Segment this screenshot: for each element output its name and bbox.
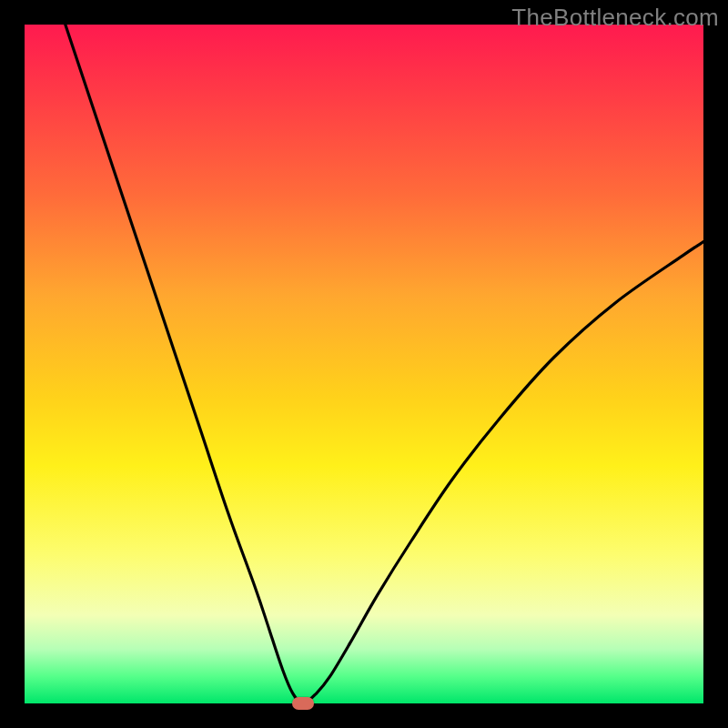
chart-frame: TheBottleneck.com	[0, 0, 728, 728]
curve-layer	[25, 25, 703, 703]
plot-area	[25, 25, 703, 703]
optimal-marker	[292, 697, 314, 710]
bottleneck-curve	[66, 25, 703, 703]
watermark-text: TheBottleneck.com	[511, 4, 719, 32]
